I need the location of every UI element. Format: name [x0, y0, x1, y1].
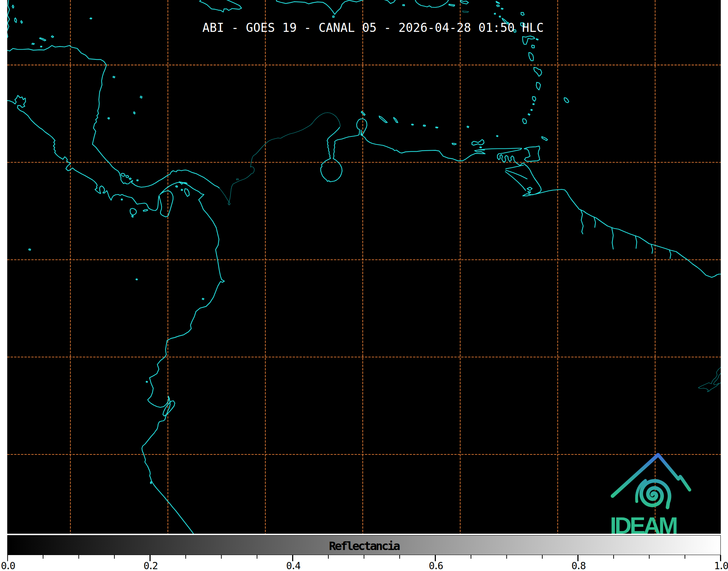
coast-cayos-cochinos [41, 46, 42, 47]
coast-utila [32, 43, 34, 45]
coast-lobos-de-tierra [150, 482, 151, 483]
coast-vieques [449, 4, 455, 6]
coast-las-perlas-small [181, 189, 182, 191]
colorbar-tick-label: 0.6 [429, 561, 442, 571]
coast-los-testigos [496, 135, 498, 137]
coast-st-barth [501, 8, 503, 9]
coast-st-eustatius [499, 16, 501, 17]
coast-malpelo [136, 279, 137, 280]
coast-honduras-nicaragua-caribbean [7, 46, 219, 188]
coast-margarita [472, 140, 484, 146]
coast-bequia [533, 104, 534, 105]
coast-la-tortuga [452, 143, 456, 145]
colorbar-tick-label: 0.0 [1, 561, 14, 571]
logo-text: IDEAM [610, 512, 677, 534]
satellite-map: ABI - GOES 19 - CANAL 05 - 2026-04-28 01… [7, 0, 721, 534]
coast-curacao [379, 116, 387, 122]
coast-jicaron [132, 216, 133, 218]
coast-cebaco [143, 210, 148, 211]
coast-coiba [130, 209, 137, 215]
coast-aruba [361, 112, 365, 116]
coast-canouan-grenadines [531, 109, 532, 110]
coast-barbuda [521, 12, 524, 15]
coast-delta-mouth-islet-2 [528, 192, 531, 193]
ideam-logo: IDEAM [604, 449, 721, 534]
coast-swan-island [90, 18, 92, 19]
coast-marie-galante [531, 45, 534, 48]
coast-dominica [529, 53, 534, 61]
map-title: ABI - GOES 19 - CANAL 05 - 2026-04-28 01… [7, 21, 721, 35]
coast-orinoco-branch-1 [506, 165, 523, 169]
coast-corn-islands [108, 118, 110, 119]
coast-uraba-colombia-caribbean [219, 113, 340, 205]
coast-bocas-island-2 [126, 176, 129, 178]
colorbar-tick-label: 0.2 [144, 561, 157, 571]
coast-la-blanquilla [467, 126, 469, 127]
coast-la-plata [146, 381, 147, 382]
coast-trinidad [524, 146, 540, 161]
coast-grenada [523, 119, 527, 124]
coast-st-lucia [536, 82, 540, 90]
coast-mona-island [403, 5, 405, 6]
coast-roatan [39, 38, 46, 41]
colorbar: Reflectancia 0.00.20.40.60.81.0 [7, 535, 721, 571]
figure: ABI - GOES 19 - CANAL 05 - 2026-04-28 01… [0, 0, 728, 571]
coast-gorgona [202, 298, 204, 300]
coast-desirade [536, 39, 538, 40]
coast-st-croix [463, 11, 469, 12]
coast-escudo-veraguas [137, 180, 138, 181]
coast-saona-laromana [380, 0, 396, 4]
coast-ambergris-caye [12, 5, 14, 8]
coast-providencia [140, 96, 142, 98]
coast-isla-beata [333, 16, 334, 17]
coast-tobago [542, 137, 547, 140]
coast-coche [480, 147, 481, 148]
coast-essequibo-river [581, 210, 583, 234]
coast-berbice-river [612, 228, 613, 249]
coast-carriacou [528, 114, 530, 115]
coast-st-vincent [533, 97, 536, 101]
coast-guadeloupe [523, 36, 535, 44]
coast-barbados [564, 98, 569, 103]
coast-anguilla [496, 1, 500, 4]
coast-isla-parida [121, 199, 122, 200]
logo-mountain-icon [613, 455, 690, 508]
coast-st-martin [497, 5, 500, 7]
coast-jamaica [200, 0, 242, 12]
colorbar-tick-label: 0.4 [286, 561, 299, 571]
coast-hispaniola-south [276, 0, 369, 14]
coast-saba [495, 13, 496, 14]
coast-courantyne-river [635, 236, 637, 248]
colorbar-ticks [7, 535, 728, 571]
coast-colombia-venezuela-caribbean [321, 119, 721, 277]
colorbar-tick-label: 0.8 [572, 561, 585, 571]
colorbar-tick-label: 1.0 [714, 561, 727, 571]
coast-suriname-river [651, 245, 653, 253]
coast-isla-del-coco [29, 249, 30, 250]
coast-miskito-cays [113, 76, 115, 78]
coast-martinique [534, 67, 542, 76]
coast-las-aves [412, 124, 413, 125]
coast-orinoco-branch-3 [505, 172, 526, 190]
logo-swirl-icon [641, 481, 669, 508]
coast-bocas-island-1 [121, 173, 125, 177]
coast-pacific-coast [7, 95, 224, 534]
coast-demerara-river [594, 217, 596, 227]
coast-las-perlas-rey [185, 189, 189, 197]
coast-st-thomas [460, 0, 468, 4]
coast-puerto-rico [415, 0, 449, 8]
coast-los-roques [423, 125, 426, 126]
coast-maroni-river [669, 250, 671, 259]
coast-amazon-river [698, 367, 721, 392]
coast-san-andres [134, 112, 135, 114]
coast-la-orchila [436, 127, 438, 128]
coast-delta-mouth-islet-1 [527, 187, 532, 190]
coast-guanaja [51, 36, 54, 38]
coast-bonaire [394, 117, 398, 123]
coast-taboga [176, 186, 177, 187]
coast-bocas-island-3 [129, 178, 131, 180]
coast-isla-tortuguilla [236, 179, 239, 180]
